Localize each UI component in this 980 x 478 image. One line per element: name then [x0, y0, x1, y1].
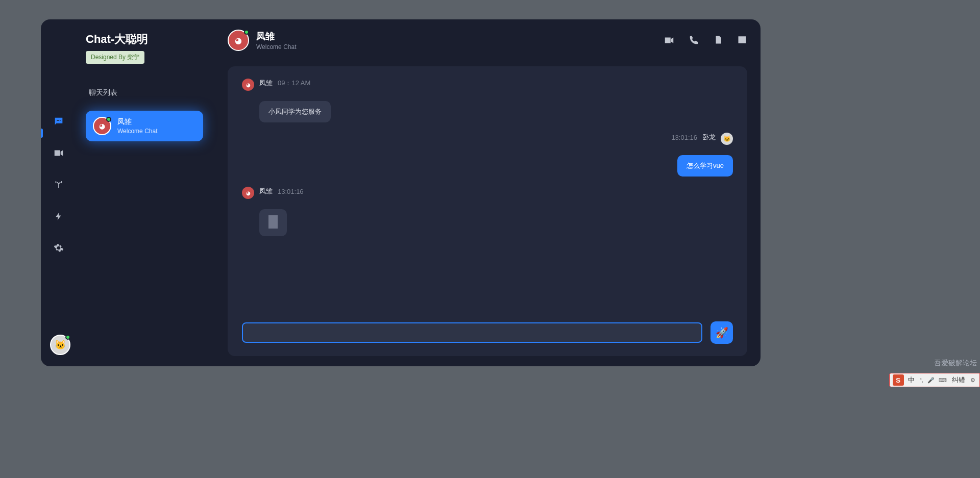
ime-mic-icon[interactable]: 🎤 [926, 377, 936, 384]
main-area: 凤雏 Welcome Chat [214, 19, 761, 366]
message-meta: 凤雏 13:01:16 [259, 187, 304, 196]
message-meta: 凤雏 09：12 AM [259, 79, 310, 88]
chat-header-actions [664, 35, 747, 46]
message-time: 13:01:16 [278, 188, 304, 195]
chat-header-avatar [228, 30, 249, 51]
antenna-icon [54, 180, 64, 190]
chat-header-text: 凤雏 Welcome Chat [256, 30, 296, 51]
message-author: 凤雏 [259, 187, 273, 196]
nav-active-indicator [41, 129, 43, 138]
nav-rail [41, 19, 77, 366]
file-button[interactable] [714, 35, 723, 46]
contact-avatar [93, 117, 111, 135]
message-time: 13:01:16 [671, 134, 697, 141]
contact-name: 凤雏 [117, 117, 157, 127]
chat-header-title: 凤雏 [256, 30, 296, 42]
message-input[interactable] [242, 322, 702, 343]
message-author: 凤雏 [259, 79, 273, 88]
chat-header: 凤雏 Welcome Chat [228, 30, 747, 51]
ime-correct-label[interactable]: 纠错 [950, 375, 967, 385]
gear-icon [54, 243, 64, 253]
message-row: 卧龙 13:01:16 [242, 133, 733, 145]
nav-broadcast[interactable] [48, 174, 69, 195]
message-bubble-row: 小凤同学为您服务 [242, 96, 733, 122]
chat-area: 凤雏 09：12 AM 小凤同学为您服务 卧龙 13:01:16 怎么学习vue [228, 66, 747, 356]
message-author: 卧龙 [702, 133, 716, 142]
svg-point-2 [60, 120, 61, 121]
watermark-text: 吾爱破解论坛 [934, 359, 977, 368]
message-avatar [242, 187, 254, 199]
image-button[interactable] [737, 35, 747, 46]
video-call-button[interactable] [664, 35, 675, 46]
rocket-icon: 🚀 [716, 326, 728, 339]
message-avatar [242, 79, 254, 91]
bolt-icon [54, 212, 63, 221]
ime-punct-icon[interactable]: °, [919, 377, 924, 383]
message-time: 09：12 AM [278, 79, 310, 88]
message-bubble: 怎么学习vue [677, 155, 733, 177]
chat-bubble-icon [53, 116, 64, 127]
nav-settings[interactable] [48, 238, 69, 258]
svg-point-3 [740, 38, 741, 39]
app-title: Chat-大聪明 [86, 32, 203, 47]
video-camera-icon [53, 147, 64, 159]
ime-keyboard-icon[interactable]: ⌨ [938, 377, 948, 384]
phone-icon [689, 35, 699, 45]
message-bubble: 小凤同学为您服务 [259, 101, 331, 122]
svg-point-1 [58, 120, 59, 121]
contact-subtitle: Welcome Chat [117, 128, 157, 135]
nav-chat[interactable] [48, 111, 69, 132]
loading-indicator-icon [268, 215, 278, 229]
send-button[interactable]: 🚀 [710, 321, 733, 344]
message-loading-bubble [259, 209, 287, 236]
sidebar: Chat-大聪明 Designed By 柴宁 聊天列表 凤雏 Welcome … [77, 19, 214, 366]
current-user-avatar[interactable] [50, 335, 70, 355]
svg-point-0 [57, 120, 58, 121]
message-bubble-row [242, 204, 733, 236]
voice-call-button[interactable] [689, 35, 699, 46]
app-window: Chat-大聪明 Designed By 柴宁 聊天列表 凤雏 Welcome … [41, 19, 761, 366]
online-status-dot [106, 117, 111, 122]
message-avatar [721, 133, 733, 145]
ime-logo-icon: S [893, 374, 904, 386]
online-status-dot [244, 30, 249, 35]
message-row: 凤雏 13:01:16 [242, 187, 733, 199]
input-row: 🚀 [242, 321, 733, 344]
chat-header-left: 凤雏 Welcome Chat [228, 30, 296, 51]
message-meta: 卧龙 13:01:16 [671, 133, 716, 142]
file-icon [714, 35, 723, 45]
chat-header-subtitle: Welcome Chat [256, 43, 296, 51]
online-status-dot [65, 335, 70, 340]
ime-toolbar[interactable]: S 中 °, 🎤 ⌨ 纠错 ⚙ [889, 373, 980, 387]
message-bubble-row: 怎么学习vue [242, 150, 733, 177]
ime-settings-icon[interactable]: ⚙ [969, 377, 976, 384]
contact-text: 凤雏 Welcome Chat [117, 117, 157, 135]
ime-mode-label[interactable]: 中 [906, 375, 917, 385]
message-list: 凤雏 09：12 AM 小凤同学为您服务 卧龙 13:01:16 怎么学习vue [242, 79, 733, 314]
nav-video[interactable] [48, 143, 69, 163]
image-icon [737, 35, 747, 45]
video-camera-icon [664, 35, 675, 46]
nav-flash[interactable] [48, 206, 69, 227]
designed-by-badge: Designed By 柴宁 [86, 51, 144, 64]
message-row: 凤雏 09：12 AM [242, 79, 733, 91]
contact-item-active[interactable]: 凤雏 Welcome Chat [86, 111, 203, 141]
chat-list-header: 聊天列表 [86, 88, 203, 97]
